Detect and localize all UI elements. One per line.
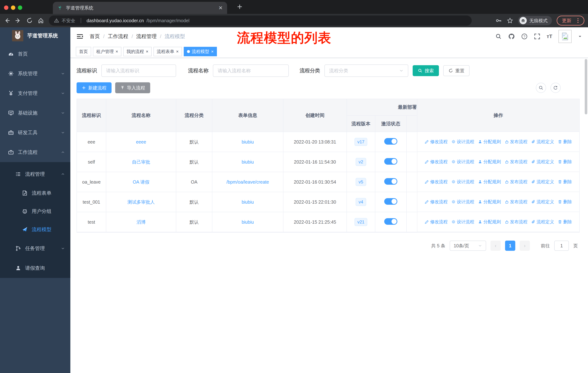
key-icon[interactable]	[495, 17, 502, 24]
action-design-link[interactable]: 设计流程	[451, 199, 474, 205]
status-toggle[interactable]	[384, 138, 397, 145]
action-assign-link[interactable]: 分配规则	[478, 179, 501, 185]
refresh-table-button[interactable]	[550, 83, 561, 93]
search-button[interactable]: 搜索	[413, 65, 439, 76]
form-info-link[interactable]: biubiu	[242, 159, 254, 164]
reload-icon[interactable]	[26, 17, 33, 24]
sidebar-item-infra[interactable]: 基础设施	[0, 103, 70, 123]
action-delete-link[interactable]: 删除	[558, 199, 572, 205]
action-publish-link[interactable]: 发布流程	[504, 219, 527, 225]
version-badge[interactable]: v5	[356, 178, 366, 186]
version-badge[interactable]: v2	[356, 158, 366, 166]
sidebar-item-user-group[interactable]: 用户分组	[0, 202, 70, 220]
form-info-link[interactable]: biubiu	[242, 220, 254, 225]
browser-menu-icon[interactable]	[575, 18, 580, 23]
tab-close-icon[interactable]: ✕	[219, 5, 223, 11]
action-design-link[interactable]: 设计流程	[451, 159, 474, 165]
action-delete-link[interactable]: 删除	[558, 219, 572, 225]
back-icon[interactable]	[4, 17, 10, 24]
action-assign-link[interactable]: 分配规则	[478, 159, 501, 165]
process-name-link[interactable]: 自己审批	[132, 159, 150, 164]
action-design-link[interactable]: 设计流程	[451, 179, 474, 185]
filter-category-select[interactable]: 流程分类	[325, 64, 408, 77]
window-close-button[interactable]	[4, 5, 8, 10]
filter-name-input[interactable]	[213, 64, 289, 77]
action-definition-link[interactable]: 流程定义	[531, 179, 554, 185]
action-design-link[interactable]: 设计流程	[451, 219, 474, 225]
window-zoom-button[interactable]	[18, 5, 22, 10]
help-icon[interactable]: ?	[521, 33, 528, 40]
tag-tenant[interactable]: 租户管理×	[93, 47, 121, 56]
action-assign-link[interactable]: 分配规则	[478, 219, 501, 225]
action-edit-link[interactable]: 修改流程	[425, 159, 448, 165]
sidebar-item-leave-query[interactable]: 请假查询	[0, 258, 70, 278]
breadcrumb-item[interactable]: 首页	[90, 33, 100, 40]
update-button[interactable]: 更新	[557, 16, 584, 26]
process-name-link[interactable]: 测试多审批人	[127, 200, 155, 204]
sidebar-item-payment[interactable]: 支付管理	[0, 83, 70, 103]
window-minimize-button[interactable]	[11, 5, 15, 10]
action-edit-link[interactable]: 修改流程	[425, 219, 448, 225]
next-page-button[interactable]: ›	[520, 241, 530, 251]
page-button-1[interactable]: 1	[505, 241, 515, 251]
search-icon[interactable]	[495, 33, 502, 40]
form-info-link[interactable]: /bpm/oa/leave/create	[226, 179, 269, 184]
status-toggle[interactable]	[384, 178, 397, 185]
action-delete-link[interactable]: 删除	[558, 179, 572, 185]
form-info-link[interactable]: biubiu	[242, 139, 254, 144]
address-bar[interactable]: 不安全 dashboard.yudao.iocoder.cn/bpm/manag…	[49, 15, 472, 26]
action-definition-link[interactable]: 流程定义	[531, 199, 554, 205]
action-assign-link[interactable]: 分配规则	[478, 139, 501, 145]
action-publish-link[interactable]: 发布流程	[504, 139, 527, 145]
version-badge[interactable]: v17	[355, 138, 368, 146]
security-label[interactable]: 不安全	[62, 18, 75, 24]
close-icon[interactable]: ×	[116, 49, 118, 54]
close-icon[interactable]: ×	[176, 49, 179, 54]
tag-process-model[interactable]: 流程模型×	[184, 47, 217, 56]
fullscreen-icon[interactable]	[534, 33, 540, 40]
sidebar-item-home[interactable]: 首页	[0, 44, 70, 64]
status-toggle[interactable]	[384, 218, 397, 225]
action-assign-link[interactable]: 分配规则	[478, 199, 501, 205]
page-size-select[interactable]: 10条/页	[450, 241, 486, 251]
hamburger-icon[interactable]	[76, 33, 84, 40]
toggle-search-button[interactable]	[536, 83, 546, 93]
action-definition-link[interactable]: 流程定义	[531, 159, 554, 165]
close-icon[interactable]: ×	[146, 49, 148, 54]
new-tab-button[interactable]	[236, 3, 243, 10]
action-publish-link[interactable]: 发布流程	[504, 159, 527, 165]
sidebar-item-system[interactable]: 系统管理	[0, 64, 70, 83]
action-delete-link[interactable]: 删除	[558, 159, 572, 165]
sidebar-item-workflow[interactable]: 工作流程	[0, 142, 70, 162]
process-name-link[interactable]: OA 请假	[133, 179, 149, 184]
bookmark-star-icon[interactable]	[507, 17, 513, 24]
scrollbar-thumb[interactable]	[585, 59, 587, 114]
action-definition-link[interactable]: 流程定义	[531, 219, 554, 225]
tag-process-form[interactable]: 流程表单×	[153, 47, 182, 56]
action-delete-link[interactable]: 删除	[558, 139, 572, 145]
sidebar-item-process-form[interactable]: 流程表单	[0, 184, 70, 202]
goto-page-input[interactable]	[554, 241, 569, 251]
action-edit-link[interactable]: 修改流程	[425, 199, 448, 205]
sidebar-item-devtools[interactable]: 研发工具	[0, 123, 70, 142]
breadcrumb-item[interactable]: 流程管理	[136, 33, 157, 40]
avatar[interactable]	[558, 30, 572, 43]
status-toggle[interactable]	[384, 158, 397, 165]
forward-icon[interactable]	[15, 17, 21, 24]
sidebar-item-task-management[interactable]: 任务管理	[0, 239, 70, 258]
process-name-link[interactable]: 滔博	[136, 220, 146, 225]
caret-down-icon[interactable]	[578, 34, 582, 39]
breadcrumb-item[interactable]: 工作流程	[108, 33, 128, 40]
action-edit-link[interactable]: 修改流程	[425, 139, 448, 145]
sidebar-item-process-model[interactable]: 流程模型	[0, 220, 70, 239]
action-definition-link[interactable]: 流程定义	[531, 139, 554, 145]
version-badge[interactable]: v4	[356, 198, 366, 206]
prev-page-button[interactable]: ‹	[491, 241, 501, 251]
home-icon[interactable]	[38, 17, 44, 24]
create-process-button[interactable]: 新建流程	[77, 82, 112, 93]
form-info-link[interactable]: biubiu	[242, 200, 254, 204]
github-icon[interactable]	[508, 33, 515, 40]
process-name-link[interactable]: eeee	[136, 139, 146, 144]
close-icon[interactable]: ×	[211, 49, 214, 54]
action-design-link[interactable]: 设计流程	[451, 139, 474, 145]
